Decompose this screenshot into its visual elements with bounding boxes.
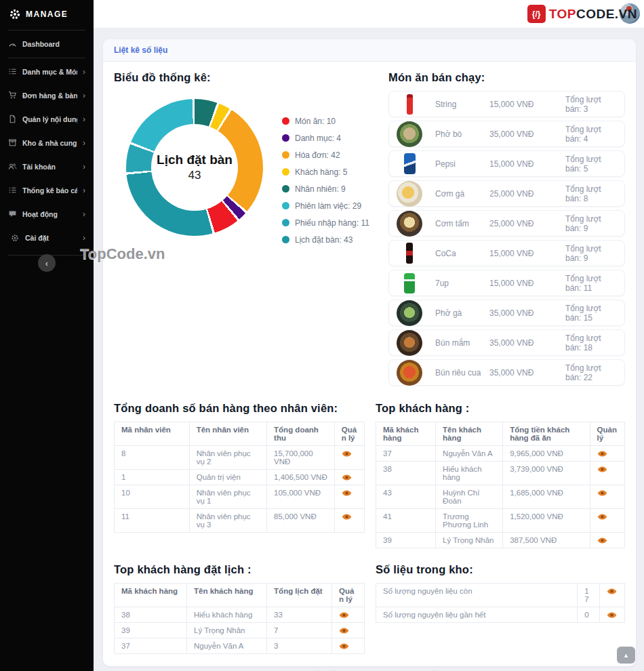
cell-value: 1,406,500 VNĐ xyxy=(267,470,335,485)
sidebar-item-don-hang-ban[interactable]: Đơn hàng & bàn › xyxy=(0,83,94,107)
legend-item[interactable]: Danh mục: 4 xyxy=(282,129,369,146)
food-price: 35,000 VNĐ xyxy=(489,308,565,318)
sidebar-item-thong-ke-bao-cao[interactable]: Thống kê báo cáo › xyxy=(0,178,94,202)
sidebar-item-label: Cài đặt xyxy=(25,234,77,242)
column-header: Tên khách hàng xyxy=(436,422,503,446)
sidebar-item-dashboard[interactable]: Dashboard xyxy=(0,32,94,56)
sidebar-collapse-button[interactable]: ‹ xyxy=(38,254,56,272)
donut-center-label: Lịch đặt bàn xyxy=(157,152,233,167)
sidebar-brand[interactable]: MANAGE xyxy=(0,0,94,28)
view-eye-icon[interactable] xyxy=(342,514,352,520)
legend-label: Phiên làm việc: 29 xyxy=(295,201,361,211)
column-header: Tên nhân viên xyxy=(189,422,266,446)
legend-item[interactable]: Lịch đặt bàn: 43 xyxy=(282,231,369,248)
legend-item[interactable]: Phiếu nhập hàng: 11 xyxy=(282,214,369,231)
legend-swatch xyxy=(282,168,289,176)
legend-item[interactable]: Khách hàng: 5 xyxy=(282,163,369,180)
food-list-item[interactable]: Cơm tấm 25,000 VNĐ Tổng lượt bán: 9 xyxy=(388,210,625,237)
top-header-bar: {/} TOPCODE.VN xyxy=(94,0,644,28)
food-name: CoCa xyxy=(435,249,489,258)
cell-name: Quản trị viện xyxy=(189,470,266,485)
food-list-item[interactable]: Bún mắm 35,000 VNĐ Tổng lượt bán: 18 xyxy=(388,329,625,356)
food-price: 15,000 VNĐ xyxy=(489,249,565,258)
food-image xyxy=(397,300,422,326)
view-eye-icon[interactable] xyxy=(597,537,607,544)
best-sellers-title: Món ăn bán chạy: xyxy=(388,71,625,84)
food-price: 35,000 VNĐ xyxy=(489,338,565,348)
food-list-item[interactable]: Cơm gà 25,000 VNĐ Tổng lượt bán: 8 xyxy=(388,180,625,207)
view-eye-icon[interactable] xyxy=(597,451,607,457)
cart-icon xyxy=(8,91,17,100)
cell-id: 8 xyxy=(115,446,190,470)
brand-label: MANAGE xyxy=(26,9,68,19)
legend-item[interactable]: Hóa đơn: 42 xyxy=(282,146,369,163)
sidebar-item-hoat-dong[interactable]: Hoạt động › xyxy=(0,202,94,226)
sidebar-item-tai-khoan[interactable]: Tài khoản › xyxy=(0,155,94,178)
food-list-item[interactable]: String 15,000 VNĐ Tổng lượt bán: 3 xyxy=(388,91,625,117)
view-eye-icon[interactable] xyxy=(339,612,349,618)
view-eye-icon[interactable] xyxy=(607,588,617,594)
food-name: Cơm gà xyxy=(435,189,489,199)
food-thumbnail xyxy=(396,330,423,355)
arrow-up-icon: ▲ xyxy=(623,652,629,659)
food-thumbnail xyxy=(396,360,423,385)
topcode-logo[interactable]: {/} TOPCODE.VN xyxy=(527,4,637,24)
food-list-item[interactable]: Phở bò 35,000 VNĐ Tổng lượt bán: 4 xyxy=(388,121,625,147)
revenue-table-section: Tổng doanh số bán hàng theo nhân viên: M… xyxy=(114,401,365,548)
scroll-to-top-button[interactable]: ▲ xyxy=(617,647,635,664)
chart-legend: Món ăn: 10 Danh mục: 4 Hóa đ xyxy=(282,113,369,248)
food-sold-count: Tổng lượt bán: 3 xyxy=(565,95,618,114)
cell-name: Hiếu khách hàng xyxy=(187,607,267,623)
sidebar-item-danh-muc-mon-an[interactable]: Danh mục & Món ăn › xyxy=(0,60,94,83)
breadcrumb[interactable]: Liệt kê số liệu xyxy=(114,45,167,55)
sidebar-item-label: Danh mục & Món ăn xyxy=(22,68,77,76)
view-eye-icon[interactable] xyxy=(597,514,607,520)
revenue-table-title: Tổng doanh số bán hàng theo nhân viên: xyxy=(114,402,365,415)
food-name: Phở bò xyxy=(435,129,489,139)
view-eye-icon[interactable] xyxy=(339,628,349,634)
food-list-item[interactable]: 7up 15,000 VNĐ Tổng lượt bán: 11 xyxy=(388,270,625,296)
cell-name: Lý Trọng Nhân xyxy=(436,533,503,548)
food-price: 35,000 VNĐ xyxy=(489,129,565,139)
view-eye-icon[interactable] xyxy=(342,490,352,496)
cell-value: 7 xyxy=(267,623,332,638)
sidebar-item-label: Dashboard xyxy=(22,40,85,48)
view-eye-icon[interactable] xyxy=(342,451,352,457)
view-eye-icon[interactable] xyxy=(339,643,349,649)
legend-item[interactable]: Món ăn: 10 xyxy=(282,113,369,129)
cell-name: Nhân viên phục vụ 3 xyxy=(189,509,266,533)
data-panel: Liệt kê số liệu Biểu đồ thống kê: Lịch đ… xyxy=(103,39,636,666)
legend-item[interactable]: Nhân nhiên: 9 xyxy=(282,180,369,197)
food-list-item[interactable]: Phở gà 35,000 VNĐ Tổng lượt bán: 15 xyxy=(388,300,625,326)
food-list-item[interactable]: Bún riêu cua 35,000 VNĐ Tổng lượt bán: 2… xyxy=(388,359,625,386)
column-header: Mã nhân viên xyxy=(115,422,190,446)
sidebar-item-cai-dat[interactable]: Cài đặt › xyxy=(0,226,94,249)
food-list-item[interactable]: CoCa 15,000 VNĐ Tổng lượt bán: 9 xyxy=(388,240,625,266)
sidebar-item-kho-nha-cung-cap[interactable]: Kho & nhà cung cấp › xyxy=(0,131,94,155)
top-customers-title: Top khách hàng : xyxy=(376,402,625,415)
food-list-item[interactable]: Pepsi 15,000 VNĐ Tổng lượt bán: 5 xyxy=(388,150,625,177)
column-header: Quản lý xyxy=(332,584,365,607)
table-header-row: Mã khách hàng Tên khách hàng Tổng tiền k… xyxy=(376,422,625,446)
food-sold-count: Tổng lượt bán: 4 xyxy=(565,125,618,144)
food-image xyxy=(407,94,413,115)
chevron-right-icon: › xyxy=(83,138,85,148)
view-eye-icon[interactable] xyxy=(597,490,607,496)
inventory-table: Số lượng nguyên liệu còn 17 Số lượng ngu… xyxy=(376,583,625,623)
donut-chart[interactable]: Lịch đặt bàn 43 xyxy=(126,99,263,236)
cell-id: 37 xyxy=(376,446,436,462)
column-header: Quản lý xyxy=(334,422,364,446)
inventory-title: Số liệu trong kho: xyxy=(376,563,625,576)
divider xyxy=(8,30,85,30)
view-eye-icon[interactable] xyxy=(607,612,617,618)
donut-center: Lịch đặt bàn 43 xyxy=(151,124,238,211)
legend-item[interactable]: Phiên làm việc: 29 xyxy=(282,197,369,214)
food-thumbnail xyxy=(396,270,423,296)
sidebar-item-quan-ly-noi-dung[interactable]: Quản lý nội dung › xyxy=(0,107,94,131)
cell-value: 33 xyxy=(267,607,332,623)
view-eye-icon[interactable] xyxy=(597,466,607,472)
gear-icon xyxy=(9,9,20,20)
legend-label: Món ăn: 10 xyxy=(295,117,336,126)
cell-name: Nhân viên phục vụ 1 xyxy=(189,485,266,509)
view-eye-icon[interactable] xyxy=(342,474,352,481)
